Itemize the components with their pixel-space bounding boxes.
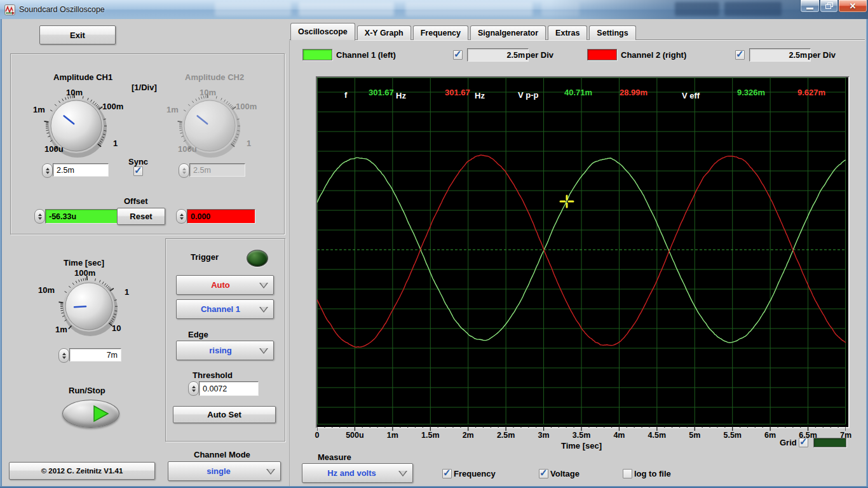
knob-scale-label: 100m: [102, 102, 123, 111]
amplitude-ch2-title: Amplitude CH2: [185, 73, 244, 81]
trigger-edge-dropdown[interactable]: rising: [176, 341, 274, 360]
offset-ch2-spinner[interactable]: [176, 209, 187, 224]
close-icon: ✕: [850, 1, 857, 11]
knob-scale-label: 1m: [33, 105, 45, 114]
run-stop-label: Run/Stop: [69, 386, 105, 395]
offset-reset-button[interactable]: Reset: [117, 208, 165, 225]
waveforms: [317, 78, 846, 424]
x-tick-label: 4m: [613, 431, 625, 440]
time-value[interactable]: 7m: [69, 348, 121, 362]
knob-scale-label: 10m: [200, 88, 216, 97]
app-icon: [4, 4, 15, 15]
measure-label: Measure: [318, 453, 351, 461]
x-tick-label: 1m: [387, 431, 398, 440]
tab-settings[interactable]: Settings: [589, 25, 635, 40]
grid-checkbox[interactable]: [799, 438, 808, 447]
trigger-mode-dropdown[interactable]: Auto: [176, 275, 274, 295]
knob-scale-label: 1m: [166, 105, 179, 114]
oscilloscope-display[interactable]: f301.67Hz301.67HzV p-p40.71m28.99mV eff9…: [316, 76, 850, 428]
background-blur-shape: [299, 2, 394, 16]
time-spinner[interactable]: [58, 348, 69, 363]
trigger-source-value: Channel 1: [201, 304, 240, 314]
background-blur-shape: [405, 2, 532, 16]
amplitude-ch1-value[interactable]: 2.5m: [53, 163, 109, 177]
sync-checkbox[interactable]: [133, 166, 143, 176]
app-window: Soundcard Oszilloscope ✕ OscilloscopeX-Y…: [0, 0, 868, 488]
channel1-per-div-label: per Div: [526, 51, 553, 59]
frequency-label: Frequency: [454, 470, 496, 478]
amplitude-ch2-spinner[interactable]: [179, 163, 189, 178]
x-tick-label: 5m: [689, 431, 700, 440]
exit-button[interactable]: Exit: [39, 25, 116, 44]
minimize-button[interactable]: [800, 0, 820, 13]
amplitude-ch1-spinner[interactable]: [42, 163, 53, 178]
waveform-channel-2-right-: [317, 155, 846, 347]
x-tick-label: 2m: [463, 431, 474, 440]
restore-button[interactable]: [820, 0, 838, 13]
offset-ch1-spinner[interactable]: [34, 209, 45, 224]
x-tick-label: 6m: [764, 431, 776, 440]
channel2-color-swatch: [587, 49, 617, 60]
amplitude-ch1-title: Amplitude CH1: [53, 73, 112, 81]
channel1-color-swatch: [302, 49, 332, 60]
tab-extras[interactable]: Extras: [548, 25, 587, 40]
edge-label: Edge: [188, 330, 208, 339]
offset-ch2-value[interactable]: 0.000: [187, 209, 255, 224]
tab-signalgenerator[interactable]: Signalgenerator: [470, 25, 546, 40]
threshold-spinner[interactable]: [188, 381, 199, 396]
knob-scale-label: 10m: [66, 88, 83, 97]
measurement-value: Hz: [475, 91, 485, 100]
measurement-value: 301.67: [369, 88, 394, 97]
waveform-plot-area[interactable]: f301.67Hz301.67HzV p-p40.71m28.99mV eff9…: [317, 78, 846, 424]
measurement-value: Hz: [396, 91, 406, 100]
measurement-value: 9.627m: [797, 88, 825, 97]
measurement-value: 40.71m: [564, 88, 592, 97]
tab-x-y-graph[interactable]: X-Y Graph: [357, 25, 411, 40]
close-button[interactable]: ✕: [838, 0, 867, 13]
measurement-value: V p-p: [518, 90, 539, 100]
play-icon: [92, 405, 110, 423]
voltage-label: Voltage: [550, 470, 580, 478]
measurement-value: f: [344, 90, 347, 100]
channel1-enable-checkbox[interactable]: [453, 50, 463, 60]
minimize-icon: [806, 8, 813, 10]
x-tick-label: 500u: [346, 431, 364, 440]
threshold-label: Threshold: [193, 371, 233, 379]
channel-mode-dropdown[interactable]: single: [168, 461, 281, 481]
offset-ch1-value[interactable]: -56.33u: [45, 209, 119, 224]
frequency-checkbox[interactable]: [442, 469, 452, 478]
threshold-input[interactable]: 0.0072: [199, 381, 259, 396]
offset-label: Offset: [124, 197, 148, 205]
channel1-per-div-value[interactable]: 2.5m: [467, 48, 529, 62]
tab-frequency[interactable]: Frequency: [413, 25, 468, 40]
voltage-checkbox[interactable]: [539, 469, 548, 478]
measure-mode-dropdown[interactable]: Hz and volts: [302, 463, 413, 483]
knob-scale-label: 1: [125, 288, 129, 296]
copyright-button[interactable]: © 2012 C. Zeitnitz V1.41: [9, 462, 155, 480]
per-div-unit-label: [1/Div]: [132, 83, 157, 92]
trigger-source-dropdown[interactable]: Channel 1: [176, 299, 274, 319]
x-tick-label: 3.5m: [573, 431, 591, 440]
knob-scale-label: 1m: [55, 325, 67, 334]
tab-strip-line: [289, 40, 865, 41]
measurement-value: 301.67: [445, 88, 470, 97]
run-stop-button[interactable]: [62, 400, 119, 428]
trigger-mode-value: Auto: [211, 280, 230, 290]
background-blur-shape: [724, 2, 782, 16]
title-bar[interactable]: Soundcard Oszilloscope ✕: [0, 0, 868, 19]
log-to-file-checkbox[interactable]: [623, 469, 632, 478]
trigger-edge-value: rising: [209, 346, 231, 355]
measurement-value: 9.326m: [737, 88, 765, 97]
grid-color-swatch[interactable]: [813, 438, 846, 447]
knob-scale-label: 100u: [178, 145, 197, 153]
channel2-per-div-value[interactable]: 2.5m: [749, 48, 811, 62]
measurement-value: 28.99m: [620, 88, 648, 97]
auto-set-button[interactable]: Auto Set: [173, 406, 276, 423]
tab-strip: OscilloscopeX-Y GraphFrequencySignalgene…: [290, 24, 638, 40]
x-tick-label: 1.5m: [421, 431, 440, 440]
x-tick-label: 0: [315, 431, 320, 440]
amplitude-ch2-value[interactable]: 2.5m: [189, 163, 245, 177]
tab-oscilloscope[interactable]: Oscilloscope: [290, 23, 355, 41]
channel2-label: Channel 2 (right): [621, 51, 686, 59]
channel2-enable-checkbox[interactable]: [735, 50, 745, 60]
